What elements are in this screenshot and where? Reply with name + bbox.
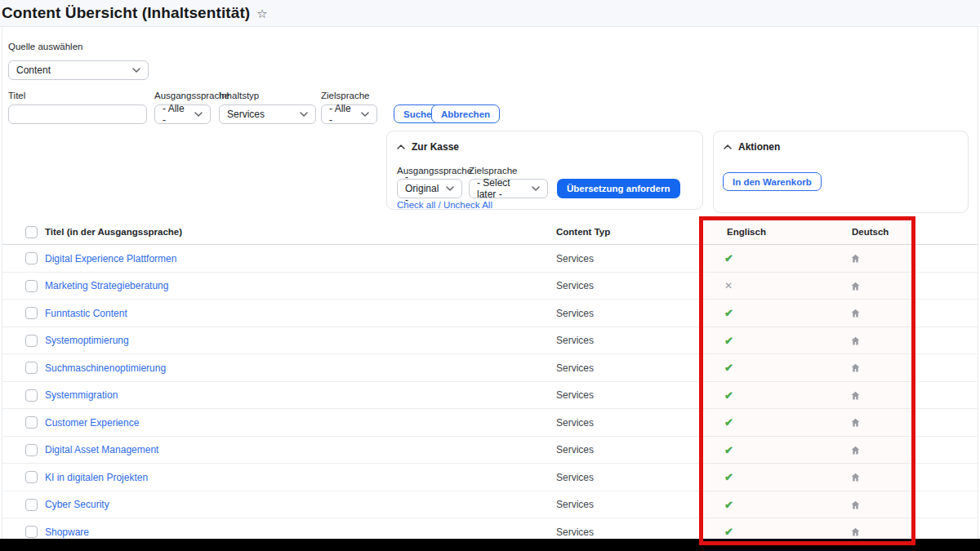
row-title-link[interactable]: Systemmigration xyxy=(45,389,118,401)
home-icon xyxy=(850,245,861,273)
column-header-english: Englisch xyxy=(727,219,766,245)
row-checkbox-cell xyxy=(25,491,38,519)
target-lang-filter-select[interactable]: - Alle - xyxy=(321,104,377,124)
check-icon: ✔ xyxy=(724,437,733,464)
row-checkbox-cell xyxy=(25,409,38,437)
row-content-type: Services xyxy=(556,382,594,410)
row-checkbox-cell xyxy=(25,300,38,327)
row-title-link[interactable]: Systemoptimierung xyxy=(45,335,129,346)
row-checkbox[interactable] xyxy=(25,335,38,347)
checkout-panel: Zur Kasse Ausgangssprache Zielsprache - … xyxy=(386,131,703,210)
check-icon: ✔ xyxy=(724,354,733,382)
row-content-type: Services xyxy=(556,437,594,464)
table-row: Funntastic Content Services ✔ xyxy=(2,300,978,327)
row-title-cell: KI in digitalen Projekten xyxy=(45,464,148,491)
row-title-cell: Funntastic Content xyxy=(45,300,127,327)
target-lang-filter-value: - Alle - xyxy=(329,103,356,126)
chevron-down-icon xyxy=(194,112,203,117)
row-checkbox[interactable] xyxy=(25,389,38,402)
title-filter-input[interactable] xyxy=(8,104,147,124)
select-all-checkbox[interactable] xyxy=(25,226,38,238)
check-icon: ✔ xyxy=(724,409,733,437)
source-lang-filter-select[interactable]: - Alle - xyxy=(154,104,211,124)
cancel-button[interactable]: Abbrechen xyxy=(431,104,500,123)
add-to-cart-button[interactable]: In den Warenkorb xyxy=(723,172,822,191)
source-select-value: Content xyxy=(16,64,51,76)
checkout-target-lang-select[interactable]: - Select later - xyxy=(469,179,548,198)
row-checkbox[interactable] xyxy=(25,444,38,456)
row-title-cell: Cyber Security xyxy=(45,491,109,519)
table-row: Digital Experience Plattformen Services … xyxy=(2,245,978,273)
content-type-filter-select[interactable]: Services xyxy=(219,104,316,124)
content-type-filter-value: Services xyxy=(227,109,265,120)
table-header-row: Titel (in der Ausgangssprache) Content T… xyxy=(2,219,978,245)
table-row: Digital Asset Management Services ✔ xyxy=(2,437,978,464)
row-checkbox[interactable] xyxy=(25,307,38,319)
row-checkbox[interactable] xyxy=(25,499,38,511)
row-title-link[interactable]: Digital Experience Plattformen xyxy=(45,253,176,264)
check-all-link[interactable]: Check all / Uncheck All xyxy=(397,200,492,210)
home-icon xyxy=(850,354,861,382)
row-title-link[interactable]: Shopware xyxy=(45,527,89,538)
row-checkbox[interactable] xyxy=(25,526,38,538)
check-icon: ✔ xyxy=(724,327,733,355)
check-icon: ✔ xyxy=(724,300,733,327)
chevron-down-icon xyxy=(132,68,140,73)
home-icon xyxy=(850,491,861,519)
content-table: Titel (in der Ausgangssprache) Content T… xyxy=(2,219,978,546)
row-title-cell: Suchmaschinenoptimierung xyxy=(45,354,166,382)
row-checkbox[interactable] xyxy=(25,280,38,292)
row-checkbox-cell xyxy=(25,327,38,355)
row-checkbox-cell xyxy=(25,437,38,464)
row-checkbox[interactable] xyxy=(25,471,38,483)
select-all-cell xyxy=(25,226,38,238)
checkout-source-lang-select[interactable]: - Original - xyxy=(397,179,462,198)
table-row: KI in digitalen Projekten Services ✔ xyxy=(2,464,978,491)
home-icon xyxy=(850,327,861,355)
row-title-link[interactable]: Digital Asset Management xyxy=(45,444,158,455)
chevron-down-icon xyxy=(446,186,454,191)
row-title-link[interactable]: Customer Experience xyxy=(45,417,139,429)
row-title-link[interactable]: Marketing Strategieberatung xyxy=(45,280,168,291)
row-title-link[interactable]: Suchmaschinenoptimierung xyxy=(45,362,166,374)
row-checkbox-cell xyxy=(25,382,38,410)
title-filter-label: Titel xyxy=(8,91,25,100)
row-title-link[interactable]: Funntastic Content xyxy=(45,308,127,319)
checkout-target-lang-label: Zielsprache xyxy=(469,166,517,176)
column-header-title: Titel (in der Ausgangssprache) xyxy=(45,219,182,245)
favorite-star-icon[interactable]: ☆ xyxy=(256,7,267,21)
table-body: Digital Experience Plattformen Services … xyxy=(2,245,978,546)
row-title-link[interactable]: Cyber Security xyxy=(45,499,109,510)
page-title: Content Übersicht (Inhaltsentität) xyxy=(2,4,250,22)
chevron-down-icon xyxy=(300,112,308,117)
source-select[interactable]: Content xyxy=(8,60,149,80)
source-lang-filter-value: - Alle - xyxy=(163,103,189,126)
row-checkbox[interactable] xyxy=(25,416,38,429)
row-title-link[interactable]: KI in digitalen Projekten xyxy=(45,472,148,483)
check-icon: ✔ xyxy=(724,464,733,491)
actions-panel: Aktionen In den Warenkorb xyxy=(713,131,969,213)
home-icon xyxy=(850,382,861,410)
check-icon: ✔ xyxy=(724,245,733,273)
table-row: Marketing Strategieberatung Services ✕ xyxy=(2,273,978,300)
request-translation-button[interactable]: Übersetzung anfordern xyxy=(557,179,680,198)
row-title-cell: Systemoptimierung xyxy=(45,327,129,355)
row-checkbox[interactable] xyxy=(25,362,38,374)
home-icon xyxy=(850,273,861,300)
chevron-down-icon xyxy=(532,186,540,191)
checkout-panel-title: Zur Kasse xyxy=(412,141,459,153)
table-row: Suchmaschinenoptimierung Services ✔ xyxy=(2,354,978,382)
row-content-type: Services xyxy=(556,327,594,355)
actions-panel-header[interactable]: Aktionen xyxy=(724,141,780,153)
row-content-type: Services xyxy=(556,491,594,519)
checkout-target-lang-value: - Select later - xyxy=(477,177,527,200)
row-content-type: Services xyxy=(556,245,594,273)
row-content-type: Services xyxy=(556,273,594,300)
checkout-panel-header[interactable]: Zur Kasse xyxy=(397,141,459,153)
row-content-type: Services xyxy=(556,300,594,327)
target-lang-filter-label: Zielsprache xyxy=(321,91,369,100)
row-checkbox[interactable] xyxy=(25,252,38,264)
row-checkbox-cell xyxy=(25,464,38,491)
home-icon xyxy=(850,300,861,327)
home-icon xyxy=(850,409,861,437)
